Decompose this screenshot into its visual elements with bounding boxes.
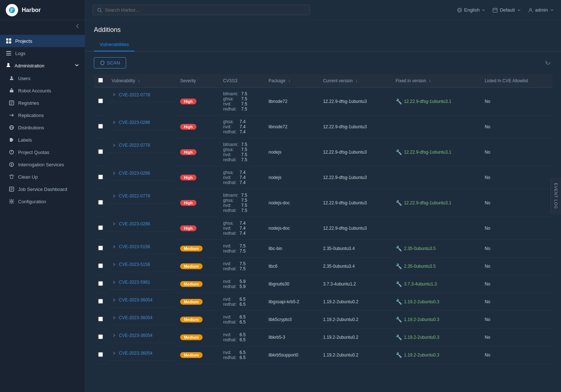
chevron-down-icon [550, 8, 554, 12]
expand-button[interactable] [112, 332, 117, 339]
cve-link[interactable]: CVE-2023-36054 [119, 351, 153, 356]
sidebar-item-robot-accounts[interactable]: Robot Accounts [3, 84, 85, 97]
row-cve-allowlist-cell: No [481, 116, 552, 138]
severity-badge: Medium [180, 299, 203, 305]
expand-button[interactable] [112, 142, 117, 149]
row-checkbox[interactable] [98, 352, 103, 357]
row-checkbox[interactable] [98, 281, 103, 286]
search-box[interactable] [92, 5, 310, 15]
registries-icon [9, 100, 14, 106]
sidebar-item-label: Clean Up [18, 174, 38, 180]
expand-button[interactable] [112, 350, 117, 357]
language-selector[interactable]: English [457, 7, 486, 13]
sidebar-item-label: Job Service Dashboard [18, 187, 67, 192]
app-logo[interactable]: Harbor [0, 0, 85, 20]
expand-button[interactable] [112, 261, 117, 268]
scan-button[interactable]: SCAN [94, 57, 126, 68]
default-selector[interactable]: Default [493, 7, 520, 13]
row-package-cell: nodejs [264, 166, 319, 189]
row-checkbox[interactable] [98, 299, 103, 304]
admin-menu[interactable]: admin [528, 7, 554, 13]
row-package-cell: libgssapi-krb5-2 [264, 293, 319, 311]
select-all-checkbox[interactable] [98, 78, 103, 83]
cve-link[interactable]: CVE-2023-5981 [119, 280, 150, 285]
sidebar-item-job-service[interactable]: Job Service Dashboard [3, 183, 85, 195]
row-cve-allowlist-cell: No [481, 166, 552, 189]
tabs: Vulnerabilities [85, 38, 561, 51]
search-input[interactable] [105, 7, 305, 13]
toolbar: SCAN [85, 51, 561, 74]
row-current-version-cell: 2.35-0ubuntu3.4 [319, 258, 391, 275]
expand-button[interactable] [112, 297, 117, 304]
cve-link[interactable]: CVE-2023-5156 [119, 262, 150, 267]
svg-rect-2 [9, 38, 11, 41]
expand-button[interactable] [112, 193, 117, 200]
row-expand-cell: CVE-2023-36054 [107, 293, 176, 308]
cve-link[interactable]: CVE-2023-36054 [119, 315, 153, 320]
sidebar-item-distributions[interactable]: Distributions [3, 121, 85, 134]
topbar-right: English Default admin [457, 7, 554, 13]
expand-button[interactable] [112, 91, 117, 98]
row-cve-allowlist-cell: No [481, 311, 552, 329]
refresh-button[interactable] [544, 58, 552, 68]
row-cvss-cell: bitnami:7.5ghsa:7.5nvd:7.5redhat:7.5 [219, 189, 265, 217]
expand-button[interactable] [112, 119, 117, 126]
cve-link[interactable]: CVE-2023-36054 [119, 297, 153, 303]
row-package-cell: libnode72 [264, 88, 319, 116]
row-checkbox[interactable] [98, 317, 103, 321]
row-cve-allowlist-cell: No [481, 258, 552, 275]
sidebar-item-registries[interactable]: Registries [3, 97, 85, 109]
sidebar-item-interrogation[interactable]: Interrogation Services [3, 158, 85, 171]
sidebar-item-logs[interactable]: Logs [0, 47, 85, 59]
row-checkbox[interactable] [98, 124, 103, 129]
sidebar-item-users[interactable]: Users [3, 72, 85, 84]
sidebar-item-replications[interactable]: Replications [3, 109, 85, 121]
tab-vulnerabilities[interactable]: Vulnerabilities [94, 38, 134, 51]
severity-header: Severity [176, 74, 219, 88]
sidebar: Harbor Projects Logs Administration [0, 0, 85, 392]
row-checkbox[interactable] [98, 99, 103, 103]
cve-link[interactable]: CVE-2023-0286 [119, 171, 150, 176]
expand-button[interactable] [112, 221, 117, 228]
table-row: CVE-2023-36054 Medium nvd:6.5redhat:6.5 … [94, 311, 552, 329]
svg-point-12 [12, 91, 13, 92]
sidebar-item-cleanup[interactable]: Clean Up [3, 171, 85, 183]
expand-button[interactable] [112, 243, 117, 250]
row-checkbox[interactable] [98, 175, 103, 179]
expand-button[interactable] [112, 314, 117, 321]
sidebar-section-administration[interactable]: Administration [0, 59, 85, 72]
cve-link[interactable]: CVE-2023-0286 [119, 221, 150, 226]
row-fixed-version-cell: 🔧3.7.3-4ubuntu1.3 [391, 275, 481, 293]
table-row: CVE-2023-36054 Medium nvd:6.5redhat:6.5 … [94, 293, 552, 311]
table-row: CVE-2023-0286 High ghsa:7.4nvd:7.4redhat… [94, 166, 552, 189]
sidebar-item-configuration[interactable]: Configuration [3, 195, 85, 208]
cve-link[interactable]: CVE-2023-36054 [119, 333, 153, 338]
row-cvss-cell: ghsa:7.4nvd:7.4redhat:7.4 [219, 217, 265, 240]
event-log-tab[interactable]: EVENT LOG [550, 177, 561, 215]
row-checkbox[interactable] [98, 263, 103, 268]
row-checkbox[interactable] [98, 200, 103, 205]
sidebar-item-labels[interactable]: Labels [3, 134, 85, 146]
sidebar-item-project-quotas[interactable]: Project Quotas [3, 146, 85, 158]
user-icon [528, 8, 533, 13]
row-checkbox[interactable] [98, 225, 103, 230]
sidebar-item-label: Configuration [18, 199, 46, 204]
row-checkbox[interactable] [98, 149, 103, 154]
cve-link[interactable]: CVE-2022-0778 [119, 92, 150, 97]
collapse-button[interactable] [0, 20, 85, 32]
cve-link[interactable]: CVE-2022-0778 [119, 193, 150, 199]
row-checkbox[interactable] [98, 246, 103, 250]
row-fixed-version-cell [391, 116, 481, 138]
row-cvss-cell: nvd:6.5redhat:6.5 [219, 329, 265, 346]
expand-button[interactable] [112, 170, 117, 177]
cve-link[interactable]: CVE-2022-0778 [119, 143, 150, 148]
row-checkbox[interactable] [98, 334, 103, 339]
row-expand-cell: CVE-2023-36054 [107, 329, 176, 343]
row-cvss-cell: nvd:6.5redhat:6.5 [219, 311, 265, 329]
row-checkbox-cell [94, 258, 107, 275]
expand-button[interactable] [112, 279, 117, 286]
sidebar-item-projects[interactable]: Projects [0, 35, 85, 47]
cve-link[interactable]: CVE-2023-0286 [119, 120, 150, 125]
cve-link[interactable]: CVE-2023-5156 [119, 244, 150, 249]
app-name: Harbor [22, 7, 41, 13]
